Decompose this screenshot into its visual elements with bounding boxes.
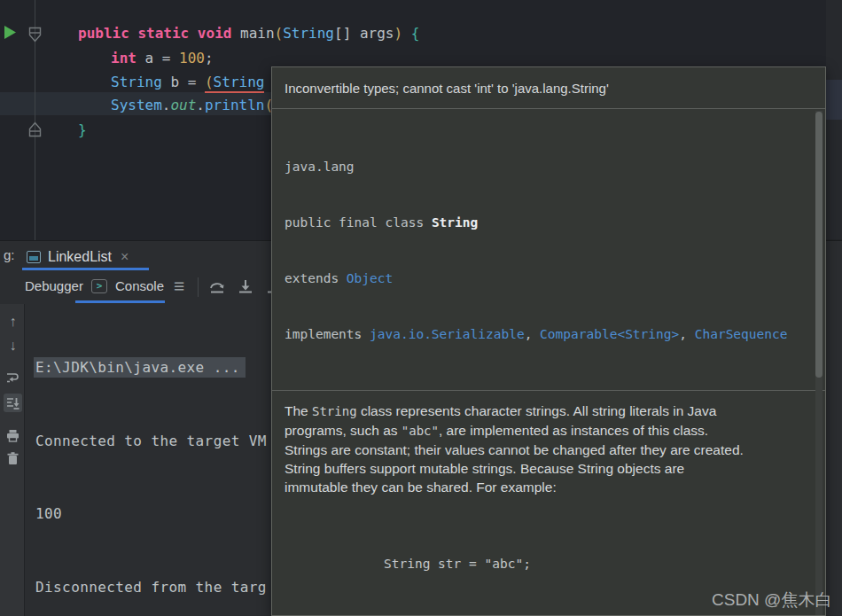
popup-scrollbar[interactable] [815, 111, 823, 615]
selected-tab-underline [75, 300, 165, 303]
link-object[interactable]: Object [347, 271, 393, 285]
console-line: Connected to the target VM [35, 429, 267, 454]
javadoc-body: The String class represents character st… [272, 391, 825, 616]
trash-icon[interactable] [4, 449, 22, 468]
documentation-popup: Inconvertible types; cannot cast 'int' t… [271, 66, 826, 616]
debug-window-label: g: [4, 247, 15, 262]
code-line-2[interactable]: int a = 100; [111, 50, 214, 67]
step-into-icon[interactable] [237, 278, 254, 296]
stripe-block [826, 80, 842, 120]
console-toolbar: ↑ ↓ [0, 304, 25, 616]
link-serializable[interactable]: java.io.Serializable [370, 327, 525, 341]
link-comparable[interactable]: Comparable<String> [540, 327, 679, 341]
soft-wrap-icon[interactable] [4, 368, 22, 386]
signature-declaration: public final class String [285, 214, 813, 232]
tab-debugger[interactable]: Debugger [25, 278, 83, 293]
watermark: CSDN @焦木白 [712, 589, 831, 612]
session-tab-label: LinkedList [48, 249, 112, 265]
signature-implements: implements java.io.Serializable, Compara… [285, 325, 813, 344]
scroll-down-icon[interactable]: ↓ [4, 336, 22, 355]
ide-window: public static void main(String[] args) {… [0, 0, 842, 616]
console-window-icon [27, 251, 41, 263]
code-line-5[interactable]: } [78, 121, 87, 139]
run-icon[interactable] [3, 25, 17, 40]
fold-end-icon[interactable] [27, 121, 43, 138]
console-output: E:\JDK\bin\java.exe ... Connected to the… [35, 307, 267, 616]
console-line: Disconnected from the targ [35, 575, 267, 600]
doc-paragraph-line: immutable they can be shared. For exampl… [285, 478, 802, 496]
terminal-icon: > [91, 279, 107, 293]
menu-icon[interactable]: ≡ [174, 276, 184, 297]
fold-start-icon[interactable] [27, 26, 43, 43]
class-signature: java.lang public final class String exte… [272, 109, 825, 391]
tab-console[interactable]: > Console [91, 278, 164, 293]
close-icon[interactable]: × [119, 249, 130, 265]
step-over-icon[interactable] [208, 278, 226, 296]
doc-paragraph-line: Strings are constant; their values canno… [285, 441, 802, 459]
code-line-3[interactable]: String b = (String [111, 74, 264, 91]
signature-extends: extends Object [285, 269, 813, 288]
selected-tab-underline [22, 268, 149, 270]
console-line-command[interactable]: E:\JDK\bin\java.exe ... [35, 355, 267, 380]
link-charsequence[interactable]: CharSequence [695, 327, 788, 341]
tab-console-label: Console [115, 278, 164, 293]
error-message: Inconvertible types; cannot cast 'int' t… [272, 67, 825, 109]
scroll-up-icon[interactable]: ↑ [4, 312, 22, 331]
toolbar-divider [198, 277, 199, 297]
code-line-1[interactable]: public static void main(String[] args) { [78, 25, 419, 43]
doc-paragraph-line: programs, such as "abc", are implemented… [285, 421, 802, 441]
console-line: 100 [35, 502, 267, 526]
scroll-to-end-icon[interactable] [4, 394, 22, 412]
code-line-4[interactable]: System.out.println( [111, 97, 273, 114]
doc-paragraph-line: String buffers support mutable strings. … [285, 459, 802, 478]
session-tab-linkedlist[interactable]: LinkedList × [27, 245, 130, 269]
print-icon[interactable] [4, 426, 22, 445]
popup-scrollbar-thumb[interactable] [815, 112, 823, 378]
doc-paragraph-line: The String class represents character st… [285, 402, 802, 421]
signature-package: java.lang [285, 158, 813, 176]
